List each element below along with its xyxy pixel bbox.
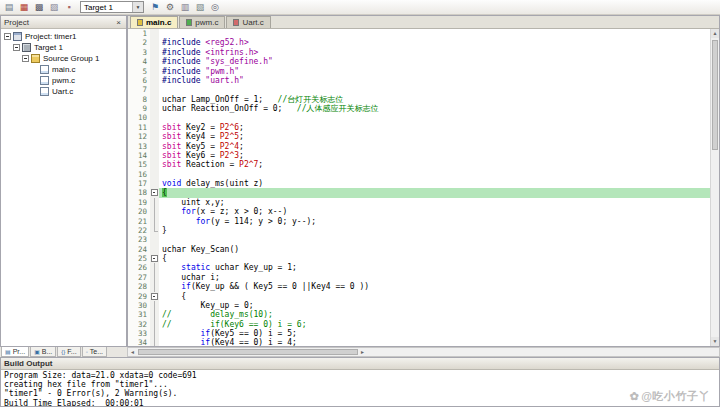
code-line[interactable]: 7 bbox=[128, 85, 710, 94]
code-line[interactable]: 17void delay_ms(uint z) bbox=[128, 179, 710, 188]
code-line[interactable]: 6#include "uart.h" bbox=[128, 76, 710, 85]
code-text[interactable]: #include <intrins.h> bbox=[159, 48, 710, 57]
fold-margin[interactable] bbox=[150, 113, 159, 122]
fold-margin[interactable] bbox=[150, 48, 159, 57]
code-text[interactable]: { bbox=[159, 188, 710, 197]
tree-item-uart-c[interactable]: Uart.c bbox=[1, 86, 126, 97]
code-line[interactable]: 22} bbox=[128, 226, 710, 235]
vertical-scroll-thumb[interactable] bbox=[712, 40, 718, 150]
fold-margin[interactable] bbox=[150, 292, 159, 301]
fold-margin[interactable] bbox=[150, 273, 159, 282]
code-text[interactable]: static uchar Key_up = 1; bbox=[159, 263, 710, 272]
code-line[interactable]: 24uchar Key_Scan() bbox=[128, 245, 710, 254]
scroll-down-icon[interactable]: ▼ bbox=[711, 337, 719, 346]
code-line[interactable]: 23 bbox=[128, 235, 710, 244]
batch-build-icon[interactable]: ▨ bbox=[47, 1, 61, 14]
code-text[interactable]: uchar Key_Scan() bbox=[159, 245, 710, 254]
code-text[interactable] bbox=[159, 235, 710, 244]
code-text[interactable]: // delay_ms(10); bbox=[159, 310, 710, 319]
collapse-expander-icon[interactable] bbox=[13, 44, 20, 51]
code-line[interactable]: 33 if(Key5 == 0) i = 5; bbox=[128, 329, 710, 338]
line-number[interactable]: 22 bbox=[128, 226, 150, 235]
line-number[interactable]: 5 bbox=[128, 67, 150, 76]
line-number[interactable]: 14 bbox=[128, 151, 150, 160]
code-line[interactable]: 18{ bbox=[128, 188, 710, 197]
line-number[interactable]: 10 bbox=[128, 113, 150, 122]
code-text[interactable] bbox=[159, 113, 710, 122]
fold-margin[interactable] bbox=[150, 160, 159, 169]
line-number[interactable]: 29 bbox=[128, 292, 150, 301]
line-number[interactable]: 27 bbox=[128, 273, 150, 282]
line-number[interactable]: 3 bbox=[128, 48, 150, 57]
line-number[interactable]: 20 bbox=[128, 207, 150, 216]
line-number[interactable]: 31 bbox=[128, 310, 150, 319]
translate-file-icon[interactable]: ▤ bbox=[2, 1, 16, 14]
fold-margin[interactable] bbox=[150, 338, 159, 346]
tab-pwm-c[interactable]: pwm.c bbox=[179, 16, 225, 28]
line-number[interactable]: 12 bbox=[128, 132, 150, 141]
code-line[interactable]: 25{ bbox=[128, 254, 710, 263]
fold-margin[interactable] bbox=[150, 67, 159, 76]
code-text[interactable]: sbit Key5 = P2^4; bbox=[159, 142, 710, 151]
line-number[interactable]: 23 bbox=[128, 235, 150, 244]
templates-tab[interactable]: ◦Te... bbox=[82, 347, 107, 357]
line-number[interactable]: 15 bbox=[128, 160, 150, 169]
fold-margin[interactable] bbox=[150, 235, 159, 244]
fold-margin[interactable] bbox=[150, 245, 159, 254]
code-text[interactable]: #include "pwm.h" bbox=[159, 67, 710, 76]
fold-margin[interactable] bbox=[150, 132, 159, 141]
find-in-files-icon[interactable]: ◎ bbox=[208, 1, 222, 14]
tree-item-project-timer1[interactable]: Project: timer1 bbox=[1, 31, 126, 42]
load-flash-icon[interactable]: ⚑ bbox=[148, 1, 162, 14]
code-line[interactable]: 2#include <reg52.h> bbox=[128, 38, 710, 47]
code-text[interactable] bbox=[159, 170, 710, 179]
code-text[interactable] bbox=[159, 29, 710, 38]
line-number[interactable]: 6 bbox=[128, 76, 150, 85]
code-text[interactable]: #include "uart.h" bbox=[159, 76, 710, 85]
code-line[interactable]: 27 uchar i; bbox=[128, 273, 710, 282]
code-text[interactable]: uint x,y; bbox=[159, 198, 710, 207]
code-line[interactable]: 34 if(Key4 == 0) i = 4; bbox=[128, 338, 710, 346]
fold-margin[interactable] bbox=[150, 57, 159, 66]
fold-margin[interactable] bbox=[150, 151, 159, 160]
code-line[interactable]: 30 Key_up = 0; bbox=[128, 301, 710, 310]
code-text[interactable]: Key_up = 0; bbox=[159, 301, 710, 310]
code-line[interactable]: 20 for(x = z; x > 0; x--) bbox=[128, 207, 710, 216]
fold-margin[interactable] bbox=[150, 207, 159, 216]
collapse-expander-icon[interactable] bbox=[4, 33, 11, 40]
code-line[interactable]: 3#include <intrins.h> bbox=[128, 48, 710, 57]
code-text[interactable]: if(Key4 == 0) i = 4; bbox=[159, 338, 710, 346]
line-number[interactable]: 16 bbox=[128, 170, 150, 179]
code-text[interactable]: uchar Lamp_OnOff = 1; //台灯开关标志位 bbox=[159, 95, 710, 104]
line-number[interactable]: 19 bbox=[128, 198, 150, 207]
code-line[interactable]: 28 if(Key_up && ( Key5 == 0 ||Key4 == 0 … bbox=[128, 282, 710, 291]
fold-margin[interactable] bbox=[150, 254, 159, 263]
line-number[interactable]: 17 bbox=[128, 179, 150, 188]
fold-margin[interactable] bbox=[150, 123, 159, 132]
code-text[interactable]: #include "sys_define.h" bbox=[159, 57, 710, 66]
tree-item-main-c[interactable]: main.c bbox=[1, 64, 126, 75]
books-tab[interactable]: ▣B... bbox=[30, 347, 56, 357]
line-number[interactable]: 8 bbox=[128, 95, 150, 104]
build-target-icon[interactable]: ▦ bbox=[17, 1, 31, 14]
fold-margin[interactable] bbox=[150, 188, 159, 197]
code-text[interactable]: { bbox=[159, 254, 710, 263]
line-number[interactable]: 28 bbox=[128, 282, 150, 291]
code-line[interactable]: 12sbit Key4 = P2^5; bbox=[128, 132, 710, 141]
code-line[interactable]: 11sbit Key2 = P2^6; bbox=[128, 123, 710, 132]
functions-tab[interactable]: {}F... bbox=[57, 347, 80, 357]
horizontal-scroll-thumb[interactable] bbox=[138, 349, 358, 355]
code-text[interactable]: uchar Reaction_OnOff = 0; //人体感应开关标志位 bbox=[159, 104, 710, 113]
line-number[interactable]: 30 bbox=[128, 301, 150, 310]
code-text[interactable]: for(y = 114; y > 0; y--); bbox=[159, 217, 710, 226]
code-line[interactable]: 4#include "sys_define.h" bbox=[128, 57, 710, 66]
code-text[interactable] bbox=[159, 85, 710, 94]
horizontal-scrollbar[interactable]: ◄ ► bbox=[127, 347, 720, 357]
fold-margin[interactable] bbox=[150, 85, 159, 94]
vertical-scrollbar[interactable]: ▲ ▼ bbox=[710, 29, 719, 346]
line-number[interactable]: 26 bbox=[128, 263, 150, 272]
build-output-body[interactable]: Program Size: data=21.0 xdata=0 code=691… bbox=[1, 370, 719, 406]
code-lines[interactable]: 12#include <reg52.h>3#include <intrins.h… bbox=[128, 29, 710, 346]
code-line[interactable]: 16 bbox=[128, 170, 710, 179]
fold-margin[interactable] bbox=[150, 320, 159, 329]
